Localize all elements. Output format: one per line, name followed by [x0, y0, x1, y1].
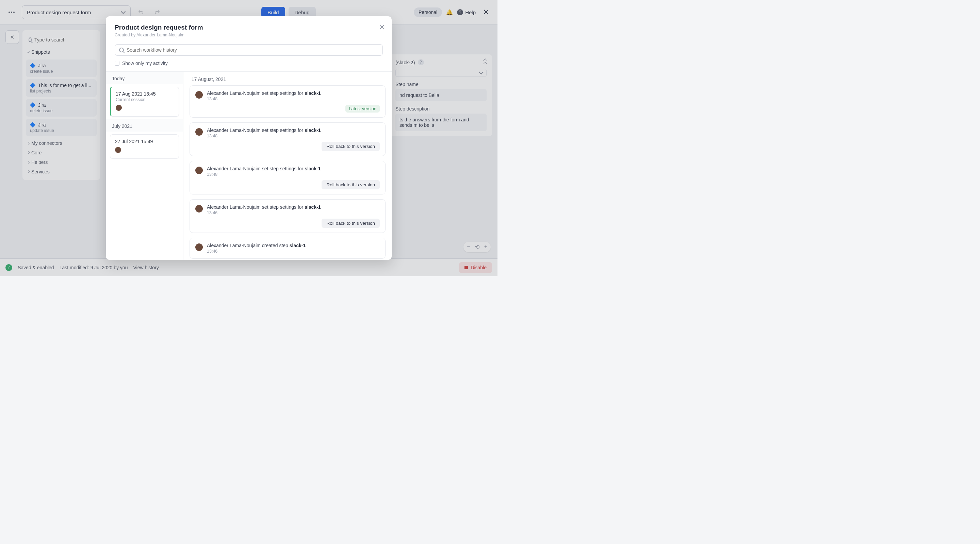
avatar — [195, 167, 203, 174]
avatar — [195, 205, 203, 213]
rollback-button[interactable]: Roll back to this version — [321, 180, 380, 189]
avatar — [116, 105, 122, 111]
events-column: 17 August, 2021 Alexander Lama-Noujaim s… — [183, 72, 392, 260]
latest-badge: Latest version — [345, 105, 380, 113]
avatar — [195, 243, 203, 251]
rollback-button[interactable]: Roll back to this version — [321, 142, 380, 151]
event-card: Alexander Lama-Noujaim set step settings… — [189, 122, 385, 156]
event-card: Alexander Lama-Noujaim created step slac… — [189, 238, 385, 259]
session-group-label: Today — [106, 72, 183, 84]
events-date: 17 August, 2021 — [189, 72, 385, 85]
avatar — [115, 147, 121, 153]
search-icon — [119, 48, 124, 52]
modal-subtitle: Created by Alexander Lama-Noujaim — [115, 33, 383, 37]
history-search[interactable] — [115, 44, 383, 56]
event-card: Alexander Lama-Noujaim set step settings… — [189, 161, 385, 195]
session-group-label: July 2021 — [106, 119, 183, 132]
rollback-button[interactable]: Roll back to this version — [321, 219, 380, 228]
event-card: Alexander Lama-Noujaim set step settings… — [189, 199, 385, 233]
modal-overlay[interactable]: Product design request form Created by A… — [0, 0, 498, 276]
show-only-toggle[interactable]: Show only my activity — [106, 57, 392, 71]
modal-title: Product design request form — [115, 24, 383, 31]
event-card: Alexander Lama-Noujaim set step settings… — [189, 85, 385, 117]
session-card[interactable]: 17 Aug 2021 13:45Current session — [110, 87, 179, 117]
session-card[interactable]: 27 Jul 2021 15:49 — [110, 134, 179, 159]
history-modal: Product design request form Created by A… — [106, 16, 392, 260]
avatar — [195, 128, 203, 136]
avatar — [195, 91, 203, 98]
modal-close-button[interactable]: ✕ — [379, 23, 385, 31]
sessions-column: Today17 Aug 2021 13:45Current sessionJul… — [106, 72, 183, 260]
history-search-input[interactable] — [127, 47, 379, 53]
checkbox-icon — [115, 61, 119, 66]
